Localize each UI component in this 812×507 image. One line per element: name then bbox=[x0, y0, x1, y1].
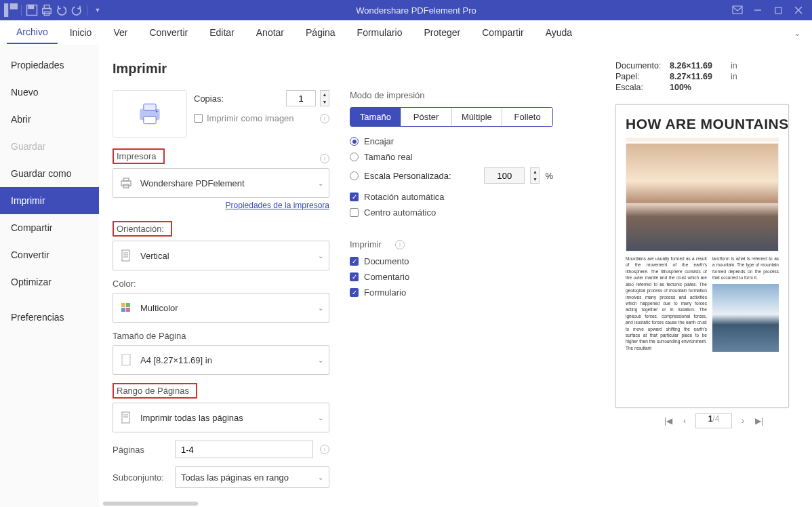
print-mode-label: Modo de impresión bbox=[350, 90, 553, 100]
ribbon-collapse-icon[interactable]: ⌄ bbox=[794, 28, 805, 38]
radio-tamano-real[interactable] bbox=[350, 153, 359, 161]
customize-chevron-icon[interactable]: ▼ bbox=[91, 3, 104, 17]
minimize-icon[interactable] bbox=[748, 3, 767, 17]
svg-rect-17 bbox=[123, 178, 129, 181]
sidebar-compartir[interactable]: Compartir bbox=[0, 214, 99, 241]
tab-folleto[interactable]: Folleto bbox=[502, 108, 552, 126]
menu-anotar[interactable]: Anotar bbox=[247, 22, 293, 43]
redo-icon[interactable] bbox=[70, 3, 83, 17]
scale-input[interactable] bbox=[484, 167, 525, 184]
menu-pagina[interactable]: Página bbox=[296, 22, 345, 43]
doc-label: Documento bbox=[364, 256, 409, 266]
check-auto-center[interactable] bbox=[350, 208, 359, 217]
page-last-icon[interactable]: ▶| bbox=[754, 415, 765, 426]
menu-editar[interactable]: Editar bbox=[200, 22, 244, 43]
chevron-down-icon: ⌄ bbox=[318, 180, 323, 187]
orientation-dropdown[interactable]: Vertical ⌄ bbox=[113, 241, 329, 270]
print-icon[interactable] bbox=[40, 3, 54, 17]
sidebar-guardar-como[interactable]: Guardar como bbox=[0, 160, 99, 187]
svg-rect-9 bbox=[775, 7, 781, 14]
page-next-icon[interactable]: › bbox=[737, 415, 748, 426]
check-formulario[interactable] bbox=[350, 288, 359, 297]
orientation-section-label: Orientación: bbox=[113, 221, 172, 237]
meta-paper-label: Papel: bbox=[615, 72, 670, 81]
page-size-dropdown[interactable]: A4 [8.27×11.69] in ⌄ bbox=[113, 345, 329, 375]
subset-dropdown[interactable]: Todas las páginas en rango ⌄ bbox=[175, 466, 329, 488]
info-icon[interactable]: i bbox=[320, 114, 329, 123]
page-number-input[interactable]: 1/4 bbox=[695, 413, 732, 428]
pages-input[interactable] bbox=[175, 441, 313, 458]
undo-icon[interactable] bbox=[55, 3, 68, 17]
printer-icon bbox=[119, 177, 134, 189]
color-label: Color: bbox=[113, 279, 329, 289]
page-icon bbox=[119, 354, 134, 366]
page-first-icon[interactable]: |◀ bbox=[663, 415, 674, 426]
preview-text-col1: Mountains are usually formed as a result… bbox=[626, 256, 707, 352]
svg-rect-5 bbox=[44, 5, 49, 9]
radio-encajar[interactable] bbox=[350, 137, 359, 146]
preview-title: HOW ARE MOUNTAINS FORMED bbox=[626, 116, 779, 132]
print-as-image-checkbox[interactable] bbox=[194, 114, 203, 123]
preview-page: HOW ARE MOUNTAINS FORMED Mountains are u… bbox=[615, 104, 789, 408]
menu-ayuda[interactable]: Ayuda bbox=[536, 22, 582, 43]
color-value: Multicolor bbox=[140, 303, 311, 313]
svg-rect-19 bbox=[122, 250, 129, 261]
printer-section-label: Impresora bbox=[113, 148, 165, 164]
sidebar-optimizar[interactable]: Optimizar bbox=[0, 268, 99, 296]
check-auto-rotate[interactable] bbox=[350, 192, 359, 201]
chevron-down-icon: ⌄ bbox=[318, 414, 323, 422]
sidebar-abrir[interactable]: Abrir bbox=[0, 106, 99, 133]
info-icon[interactable]: i bbox=[395, 240, 405, 249]
svg-rect-14 bbox=[144, 117, 156, 124]
info-icon[interactable]: i bbox=[320, 445, 329, 454]
menu-convertir[interactable]: Convertir bbox=[140, 22, 197, 43]
page-range-section-label: Rango de Páginas bbox=[113, 383, 197, 399]
radio-encajar-label: Encajar bbox=[364, 136, 394, 146]
form-label: Formulario bbox=[364, 287, 406, 298]
tab-poster[interactable]: Póster bbox=[401, 108, 452, 126]
sidebar-propiedades[interactable]: Propiedades bbox=[0, 52, 99, 79]
meta-doc-label: Documento: bbox=[615, 61, 670, 70]
menu-archivo[interactable]: Archivo bbox=[7, 21, 58, 44]
sidebar-preferencias[interactable]: Preferencias bbox=[0, 304, 99, 331]
close-icon[interactable] bbox=[789, 3, 808, 17]
save-icon[interactable] bbox=[25, 3, 39, 17]
sidebar-nuevo[interactable]: Nuevo bbox=[0, 79, 99, 106]
scale-spinner[interactable]: ▲▼ bbox=[530, 167, 540, 184]
printer-dropdown[interactable]: Wondershare PDFelement ⌄ bbox=[113, 168, 329, 198]
meta-paper-unit: in bbox=[731, 72, 737, 81]
chevron-down-icon: ⌄ bbox=[318, 357, 323, 364]
color-dropdown[interactable]: Multicolor ⌄ bbox=[113, 293, 329, 323]
page-icon bbox=[119, 411, 134, 424]
meta-scale-value: 100% bbox=[670, 83, 731, 92]
page-prev-icon[interactable]: ‹ bbox=[679, 415, 690, 426]
mail-icon[interactable] bbox=[728, 3, 747, 17]
menu-compartir[interactable]: Compartir bbox=[472, 22, 533, 43]
meta-paper-value: 8.27×11.69 bbox=[670, 72, 731, 81]
percent-label: % bbox=[545, 171, 553, 181]
tab-tamano[interactable]: Tamaño bbox=[350, 108, 401, 126]
menu-proteger[interactable]: Proteger bbox=[415, 22, 470, 43]
menu-inicio[interactable]: Inicio bbox=[60, 22, 102, 43]
chevron-down-icon: ⌄ bbox=[318, 474, 323, 481]
tab-multiple[interactable]: Múltiple bbox=[452, 108, 503, 126]
maximize-icon[interactable] bbox=[769, 3, 788, 17]
copies-input[interactable] bbox=[286, 90, 316, 106]
copies-spinner[interactable]: ▲▼ bbox=[320, 90, 329, 106]
check-comentario[interactable] bbox=[350, 272, 359, 281]
check-documento[interactable] bbox=[350, 257, 359, 266]
menu-ver[interactable]: Ver bbox=[104, 22, 137, 43]
sidebar-imprimir[interactable]: Imprimir bbox=[0, 187, 99, 214]
scrollbar[interactable] bbox=[103, 502, 198, 506]
color-icon bbox=[119, 302, 134, 314]
radio-escala[interactable] bbox=[350, 171, 359, 180]
menu-formulario[interactable]: Formulario bbox=[348, 22, 412, 43]
page-size-label: Tamaño de Página bbox=[113, 331, 329, 341]
page-range-dropdown[interactable]: Imprimir todas las páginas ⌄ bbox=[113, 403, 329, 432]
printer-properties-link[interactable]: Propiedades de la impresora bbox=[226, 201, 329, 210]
svg-rect-7 bbox=[733, 6, 742, 14]
svg-rect-24 bbox=[126, 303, 130, 307]
info-icon[interactable]: i bbox=[320, 154, 329, 163]
sidebar-convertir[interactable]: Convertir bbox=[0, 241, 99, 268]
print-large-icon bbox=[113, 90, 187, 138]
